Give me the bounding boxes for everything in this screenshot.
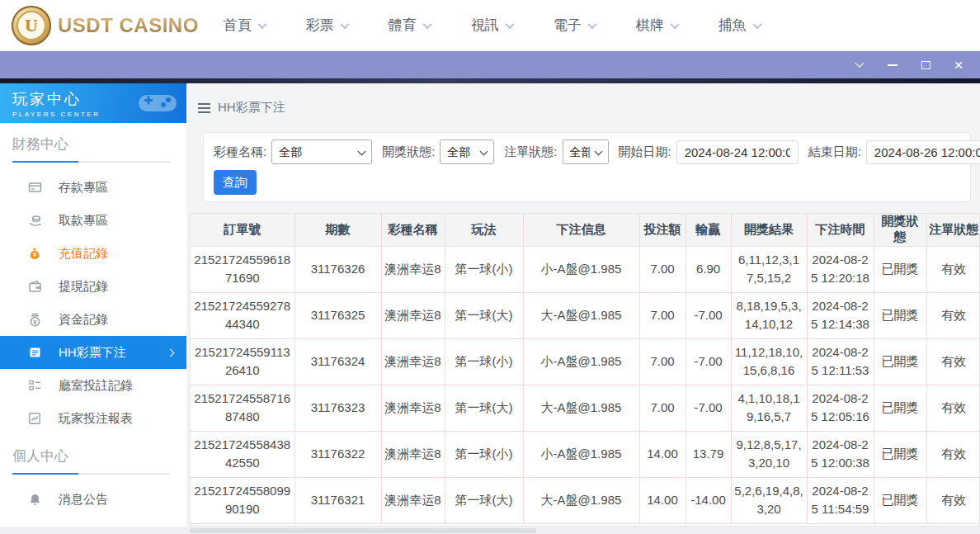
sidebar-item-label: 存款專區 [59,180,108,196]
sidebar-section-title: 個人中心 [0,435,186,473]
nav-item-egames[interactable]: 電子 [554,16,596,35]
lottery-name-label: 彩種名稱: [214,144,266,160]
table-cell: 有效 [926,431,980,477]
window-maximize-icon[interactable] [919,59,932,72]
sidebar-item-withdrawal-records[interactable]: 提現記錄 [0,270,186,303]
table-cell: 5,2,6,19,4,8,3,20 [731,477,807,523]
window-titlebar: × [0,51,980,78]
draw-status-select-wrap: 全部 [440,139,494,164]
top-navbar: U USDT CASINO 首頁彩票體育視訊電子棋牌捕魚 [0,0,980,51]
players-center-header: 玩家中心 PLAYERS CENTER [0,83,186,123]
table-column-header: 下注時間 [807,214,874,246]
horizontal-scrollbar[interactable] [0,527,980,534]
table-cell: 已開獎 [874,431,926,477]
end-date-label: 結束日期: [808,144,861,160]
end-date-input[interactable] [866,140,980,164]
lottery-name-select[interactable]: 全部 [271,139,372,164]
sidebar-item-hall-bet-records[interactable]: 廳室投註記錄 [0,369,186,402]
table-cell: 第一球(小) [445,338,523,385]
table-cell: 31176326 [294,246,381,292]
table-cell: 2024-08-25 12:14:38 [807,292,874,338]
sidebar: 玩家中心 PLAYERS CENTER 財務中心存款專區取款專區充值記錄提現記錄… [0,83,186,527]
table-column-header: 彩種名稱 [381,214,445,246]
sidebar-item-deposit-zone[interactable]: 存款專區 [0,171,186,204]
nav-item-lottery[interactable]: 彩票 [306,16,348,35]
table-cell: 31176321 [294,477,381,523]
table-cell: 7.00 [639,338,686,385]
sidebar-item-player-bet-report[interactable]: 玩家投注報表 [0,402,186,435]
table-row: 215217245592784434031176325澳洲幸运8第一球(大)大-… [191,292,980,338]
nav-item-label: 彩票 [306,16,334,35]
table-cell: 已開獎 [874,292,926,338]
table-cell: 14.00 [639,477,686,523]
sidebar-item-recharge-records[interactable]: 充值記錄 [0,237,186,270]
table-cell: 13.79 [686,431,731,477]
table-cell: 2152172455843842550 [191,431,294,477]
filter-panel: 彩種名稱: 全部 開獎狀態: 全部 注單狀態: [203,132,971,202]
hand-coin-icon [28,213,43,228]
table-cell: 4,1,10,18,19,16,5,7 [731,385,807,431]
table-cell: 6.90 [686,246,731,292]
table-column-header: 輸贏 [686,214,731,246]
window-close-icon[interactable]: × [952,59,965,72]
sidebar-item-funds-records[interactable]: 資金記錄 [0,303,186,336]
table-cell: 大-A盤@1.985 [523,385,639,431]
table-column-header: 訂單號 [191,214,294,246]
nav-item-home[interactable]: 首頁 [224,16,266,35]
sidebar-item-label: 資金記錄 [59,312,108,328]
nav-item-fishing[interactable]: 捕魚 [719,16,761,35]
horizontal-scrollbar-thumb[interactable] [190,528,536,533]
chevron-down-icon [670,19,679,28]
table-cell: 已開獎 [874,385,926,431]
chevron-down-icon [505,19,514,28]
table-column-header: 下注信息 [523,214,639,246]
chevron-down-icon [422,19,431,28]
main-menu: 首頁彩票體育視訊電子棋牌捕魚 [224,16,761,35]
sidebar-item-withdraw-zone[interactable]: 取款專區 [0,204,186,237]
nav-item-video[interactable]: 視訊 [471,16,513,35]
hamburger-icon[interactable] [198,103,210,113]
table-column-header: 投注額 [639,214,686,246]
sidebar-item-label: 提現記錄 [59,279,108,295]
table-cell: 澳洲幸运8 [381,246,445,292]
table-cell: -7.00 [686,292,731,338]
window-minimize-icon[interactable] [886,59,899,72]
window-collapse-icon[interactable] [853,59,866,72]
lottery-name-select-wrap: 全部 [271,139,372,164]
sidebar-section-title: 財務中心 [0,123,186,161]
table-cell: 澳洲幸运8 [381,431,445,477]
table-cell: 8,18,19,5,3,14,10,12 [731,292,807,338]
book-icon [28,345,43,360]
section-underline [12,473,170,475]
sidebar-item-hh-lottery-bets[interactable]: HH彩票下注 [0,336,186,369]
brand-logo[interactable]: U USDT CASINO [12,6,199,45]
table-cell: 2152172455927844340 [191,292,294,338]
sidebar-item-label: 取款專區 [59,213,108,229]
table-cell: 小-A盤@1.985 [523,246,639,292]
draw-status-select[interactable]: 全部 [440,139,494,164]
nav-item-sports[interactable]: 體育 [389,16,431,35]
table-cell: 31176322 [294,431,381,477]
table-row: 215217245591132641031176324澳洲幸运8第一球(小)小-… [191,338,980,385]
coin-logo-icon: U [12,6,51,45]
nav-item-cards[interactable]: 棋牌 [636,16,678,35]
sidebar-item-profile[interactable]: 個人資料 [0,516,186,527]
table-cell: 2152172455809990190 [191,477,294,523]
hall-list-icon [28,378,43,393]
table-cell: 31176323 [294,385,381,431]
table-cell: 有效 [926,477,980,523]
app-window: U USDT CASINO 首頁彩票體育視訊電子棋牌捕魚 × 玩家中心 PLAY… [0,0,980,534]
chevron-right-icon [167,348,175,357]
sidebar-item-label: HH彩票下注 [59,345,126,361]
search-button[interactable]: 查詢 [214,170,257,195]
card-icon [28,180,43,195]
table-row: 215217245580999019031176321澳洲幸运8第一球(大)大-… [191,477,980,523]
order-status-select[interactable]: 全部 [563,139,609,164]
sidebar-item-announcements[interactable]: 消息公告 [0,483,186,516]
table-cell: 9,12,8,5,17,3,20,10 [731,431,807,477]
table-cell: 澳洲幸运8 [381,477,445,523]
start-date-input[interactable] [676,140,799,164]
table-cell: 2024-08-25 12:11:53 [807,338,874,385]
nav-item-label: 棋牌 [636,16,664,35]
table-cell: 第一球(大) [445,385,523,431]
